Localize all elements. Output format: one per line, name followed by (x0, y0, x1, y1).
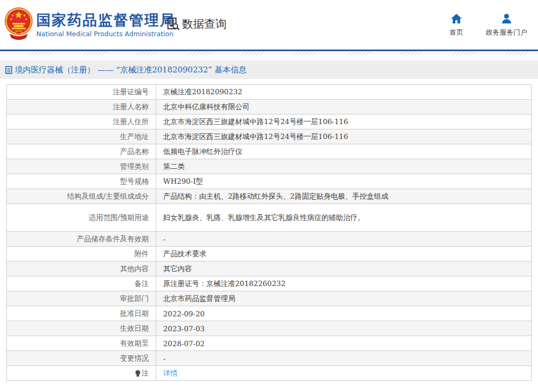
table-row: 注册人名称 北京中科亿康科技有限公司 (7, 100, 532, 115)
table-row: 生产地址 北京市海淀区西三旗建材城中路12号24号楼一层106-116 (7, 129, 532, 144)
row-value: 产品技术要求 (163, 249, 206, 258)
row-value-cell: 第二类 (156, 159, 532, 174)
row-label-cell: 备注 (7, 276, 156, 291)
row-label: 其他内容 (120, 264, 149, 273)
org-title-block: 国家药品监督管理局 National Medical Products Admi… (36, 12, 175, 38)
row-label: 变更情况 (120, 354, 149, 362)
row-value-cell: 北京市海淀区西三旗建材城中路12号24号楼一层106-116 (156, 129, 532, 144)
national-emblem-logo (4, 7, 33, 41)
row-value: 第二类 (163, 162, 185, 170)
top-nav: 首页 政务服务门户 (449, 13, 527, 37)
row-label-cell: 审批部门 (7, 291, 156, 306)
nav-home-label: 首页 (449, 28, 463, 37)
table-row: 型号规格 WH290-I型 (7, 174, 532, 189)
document-search-icon (166, 17, 180, 31)
row-label-cell: 产品储存条件及有效期 (7, 232, 156, 247)
row-label: 批准日期 (120, 309, 149, 317)
row-value-cell: 产品技术要求 (156, 247, 532, 262)
data-query-label: 数据查询 (182, 17, 227, 31)
row-value-cell: 2028-07-02 (156, 336, 532, 351)
row-value-cell: 产品结构：由主机、2路移动红外探头、2路固定贴身电极、手控盒组成 (156, 189, 532, 204)
table-row: 审批部门 北京市药品监督管理局 (7, 291, 532, 306)
row-label: 有效期至 (120, 339, 149, 347)
row-value: - (163, 354, 166, 363)
table-row: 其他内容 其它内容 (7, 262, 532, 276)
row-value-cell: 详情 (156, 366, 532, 381)
row-label: 注册人住所 (113, 117, 149, 126)
row-label: 结构及组成/主要组成成分 (67, 192, 149, 200)
row-value-cell: 低频电子脉冲红外治疗仪 (156, 144, 532, 159)
detail-link[interactable]: 详情 (163, 369, 178, 377)
table-row: 产品储存条件及有效期 - (7, 232, 532, 247)
row-label-cell: 生产地址 (7, 129, 156, 144)
table-row: 批准日期 2022-09-20 (7, 306, 532, 321)
row-value-cell: 北京中科亿康科技有限公司 (156, 100, 532, 115)
table-row: 注 详情 (7, 366, 532, 381)
row-label: 产品名称 (120, 147, 149, 156)
row-label: 审批部门 (120, 294, 149, 303)
home-icon (451, 13, 462, 24)
nav-item-gov-portal[interactable]: 政务服务门户 (486, 13, 527, 37)
row-value-cell: 妇女乳腺炎、乳痛、乳腺增生及其它乳腺良性病症的辅助治疗。 (156, 204, 532, 232)
nav-item-home[interactable]: 首页 (449, 13, 463, 37)
breadcrumb-text: 境内医疗器械（注册） —— “京械注准20182090232” 基本信息 (15, 65, 247, 75)
row-value: 北京市海淀区西三旗建材城中路12号24号楼一层106-116 (163, 117, 348, 126)
row-value-cell: 北京市药品监督管理局 (156, 291, 532, 306)
table-row: 注册人住所 北京市海淀区西三旗建材城中路12号24号楼一层106-116 (7, 115, 532, 129)
row-label: 注册证编号 (113, 87, 149, 96)
row-value-cell: 2023-07-03 (156, 321, 532, 336)
page-header: 国家药品监督管理局 National Medical Products Admi… (0, 0, 538, 50)
row-value: 产品结构：由主机、2路移动红外探头、2路固定贴身电极、手控盒组成 (163, 192, 388, 200)
table-row: 附件 产品技术要求 (7, 247, 532, 262)
row-label: 注 (142, 369, 149, 377)
row-label-cell: 变更情况 (7, 351, 156, 366)
row-label-cell: 其他内容 (7, 262, 156, 276)
table-row: 适用范围/预期用途 妇女乳腺炎、乳痛、乳腺增生及其它乳腺良性病症的辅助治疗。 (7, 204, 532, 232)
row-label-cell: 附件 (7, 247, 156, 262)
row-label: 备注 (134, 279, 149, 288)
row-label: 注册人名称 (113, 102, 149, 111)
row-value: 其它内容 (163, 264, 192, 273)
row-value: 原注册证号：京械注准20182260232 (163, 279, 285, 288)
row-label: 适用范围/预期用途 (89, 213, 149, 222)
table-row: 变更情况 - (7, 351, 532, 366)
row-value: WH290-I型 (163, 177, 203, 185)
row-label-cell: 有效期至 (7, 336, 156, 351)
row-label: 管理类别 (120, 162, 149, 170)
row-value: 2028-07-02 (163, 339, 205, 348)
row-label-cell: 适用范围/预期用途 (7, 204, 156, 232)
row-label: 生产地址 (120, 132, 149, 141)
row-value: 京械注准20182090232 (163, 87, 242, 96)
row-value: 北京中科亿康科技有限公司 (163, 102, 250, 111)
row-value-cell: 2022-09-20 (156, 306, 532, 321)
data-query-section[interactable]: 数据查询 (166, 17, 227, 31)
table-row: 备注 原注册证号：京械注准20182260232 (7, 276, 532, 291)
bulb-icon (135, 370, 141, 377)
row-value: - (163, 235, 166, 243)
row-label: 型号规格 (120, 177, 149, 185)
registration-info-table-wrap: 注册证编号 京械注准20182090232 注册人名称 北京中科亿康科技有限公司… (6, 84, 532, 381)
row-label-cell: 生效日期 (7, 321, 156, 336)
row-label: 附件 (134, 249, 149, 258)
row-label-cell: 型号规格 (7, 174, 156, 189)
row-value: 低频电子脉冲红外治疗仪 (163, 147, 243, 156)
person-icon (501, 13, 512, 24)
row-value: 妇女乳腺炎、乳痛、乳腺增生及其它乳腺良性病症的辅助治疗。 (163, 213, 365, 222)
row-value: 2023-07-03 (163, 324, 205, 333)
row-value-cell: WH290-I型 (156, 174, 532, 189)
row-value-cell: 其它内容 (156, 262, 532, 276)
breadcrumb: 境内医疗器械（注册） —— “京械注准20182090232” 基本信息 (0, 61, 538, 79)
row-label-cell: 管理类别 (7, 159, 156, 174)
registration-table-body: 注册证编号 京械注准20182090232 注册人名称 北京中科亿康科技有限公司… (7, 85, 532, 381)
row-label-cell: 产品名称 (7, 144, 156, 159)
table-row: 注册证编号 京械注准20182090232 (7, 85, 532, 100)
header-hatch-strip (0, 51, 538, 55)
row-label-cell: 注册证编号 (7, 85, 156, 100)
row-label: 生效日期 (120, 324, 149, 332)
row-label: 产品储存条件及有效期 (77, 234, 149, 243)
row-value-cell: - (156, 232, 532, 247)
table-row: 结构及组成/主要组成成分 产品结构：由主机、2路移动红外探头、2路固定贴身电极、… (7, 189, 532, 204)
row-label-cell: 注册人名称 (7, 100, 156, 115)
row-label-cell: 注册人住所 (7, 115, 156, 129)
table-row: 产品名称 低频电子脉冲红外治疗仪 (7, 144, 532, 159)
